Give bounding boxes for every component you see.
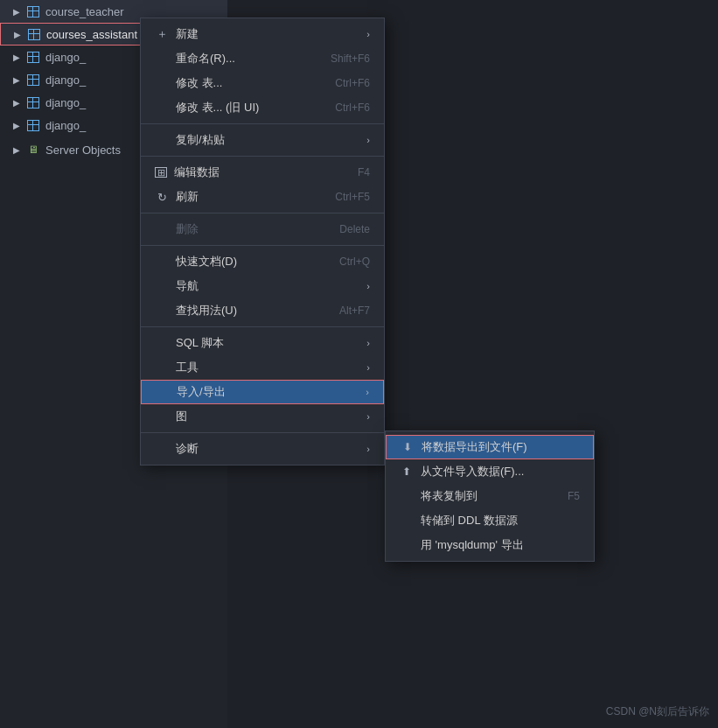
- tree-arrow: ▶: [10, 74, 23, 86]
- shortcut-label: Ctrl+F6: [335, 102, 370, 114]
- tree-item-label: django_: [45, 74, 86, 87]
- menu-label: SQL 脚本: [176, 335, 224, 351]
- tree-arrow: ▶: [10, 119, 23, 131]
- empty-icon: [155, 76, 169, 90]
- sub-menu-item-import-file[interactable]: ⬆ 从文件导入数据(F)...: [386, 459, 594, 484]
- tree-item-label: django_: [45, 119, 86, 132]
- menu-label: 新建: [176, 26, 199, 42]
- shortcut-label: F5: [568, 490, 580, 502]
- export-icon: ⬇: [401, 440, 415, 454]
- tree-arrow: ▶: [11, 28, 24, 40]
- submenu-arrow: ›: [366, 135, 370, 145]
- menu-label: 修改 表... (旧 UI): [176, 100, 259, 116]
- empty-icon: [155, 255, 169, 269]
- tree-item-label: Server Objects: [45, 144, 121, 157]
- empty-icon: [155, 52, 169, 66]
- menu-label: 图: [176, 409, 187, 424]
- server-icon: 🖥: [26, 143, 40, 157]
- menu-item-find-usage[interactable]: 查找用法(U) Alt+F7: [141, 298, 384, 323]
- menu-item-edit-data[interactable]: ⊞ 编辑数据 F4: [141, 160, 384, 185]
- shortcut-label: Ctrl+F5: [335, 191, 370, 203]
- sub-menu-label: 转储到 DDL 数据源: [421, 513, 518, 528]
- empty-icon: [400, 538, 414, 552]
- empty-icon: [155, 410, 169, 424]
- menu-item-refresh[interactable]: ↻ 刷新 Ctrl+F5: [141, 185, 384, 209]
- empty-icon: [155, 360, 169, 374]
- menu-item-modify-table-old[interactable]: 修改 表... (旧 UI) Ctrl+F6: [141, 95, 384, 120]
- menu-item-tools[interactable]: 工具 ›: [141, 355, 384, 380]
- table-icon: [26, 95, 40, 109]
- submenu-arrow: ›: [366, 281, 370, 291]
- tree-item-label: django_: [45, 96, 86, 109]
- sub-menu-label: 将数据导出到文件(F): [422, 439, 527, 455]
- submenu-arrow: ›: [366, 338, 370, 348]
- menu-label: 工具: [176, 360, 199, 375]
- submenu-arrow: ›: [366, 387, 369, 397]
- empty-icon: [400, 489, 414, 503]
- tree-arrow: ▶: [10, 144, 23, 156]
- menu-divider: [141, 326, 384, 327]
- menu-label: 导入/导出: [177, 384, 226, 400]
- menu-item-import-export[interactable]: 导入/导出 ›: [141, 380, 384, 404]
- import-icon: ⬆: [400, 465, 414, 479]
- sub-menu-label: 将表复制到: [421, 488, 478, 504]
- tree-arrow: ▶: [10, 5, 23, 18]
- menu-label: 快速文档(D): [176, 254, 237, 270]
- shortcut-label: F4: [358, 166, 370, 178]
- context-menu: ＋ 新建 › 重命名(R)... Shift+F6 修改 表... Ctrl+F…: [140, 18, 385, 466]
- menu-item-modify-table[interactable]: 修改 表... Ctrl+F6: [141, 71, 384, 95]
- shortcut-label: Ctrl+Q: [339, 256, 370, 268]
- menu-item-quick-doc[interactable]: 快速文档(D) Ctrl+Q: [141, 249, 384, 274]
- tree-item-label: course_teacher: [45, 5, 124, 18]
- menu-divider: [141, 245, 384, 246]
- shortcut-label: Shift+F6: [331, 52, 370, 65]
- empty-icon: [156, 385, 170, 399]
- empty-icon: [155, 304, 169, 318]
- menu-label: 诊断: [176, 441, 199, 457]
- table-icon: [26, 4, 40, 18]
- menu-label: 复制/粘贴: [176, 132, 225, 148]
- menu-label: 刷新: [176, 189, 199, 205]
- empty-icon: [155, 336, 169, 350]
- table-icon: [27, 27, 41, 41]
- tree-arrow: ▶: [10, 96, 23, 108]
- menu-divider: [141, 213, 384, 214]
- tree-item-label: django_: [45, 51, 86, 64]
- menu-item-diagnostics[interactable]: 诊断 ›: [141, 437, 384, 461]
- empty-icon: [155, 442, 169, 456]
- empty-icon: [155, 133, 169, 147]
- table-edit-icon: ⊞: [155, 167, 167, 178]
- menu-label: 导航: [176, 278, 199, 294]
- tree-item-label: courses_assistant: [46, 28, 137, 41]
- watermark: CSDN @N刻后告诉你: [606, 704, 709, 719]
- empty-icon: [155, 279, 169, 293]
- submenu-arrow: ›: [366, 444, 370, 454]
- shortcut-label: Delete: [339, 223, 370, 235]
- empty-icon: [400, 514, 414, 528]
- submenu-arrow: ›: [366, 29, 370, 39]
- sub-menu-label: 从文件导入数据(F)...: [421, 464, 524, 480]
- sub-menu-item-transfer-ddl[interactable]: 转储到 DDL 数据源: [386, 508, 594, 533]
- menu-label: 删除: [176, 221, 199, 237]
- tree-arrow: ▶: [10, 51, 23, 63]
- table-icon: [26, 118, 40, 132]
- menu-item-sql-script[interactable]: SQL 脚本 ›: [141, 331, 384, 355]
- sub-menu-item-copy-table[interactable]: 将表复制到 F5: [386, 484, 594, 508]
- sub-menu-item-mysqldump[interactable]: 用 'mysqldump' 导出: [386, 533, 594, 557]
- menu-item-navigation[interactable]: 导航 ›: [141, 274, 384, 298]
- menu-label: 修改 表...: [176, 75, 222, 91]
- menu-item-new[interactable]: ＋ 新建 ›: [141, 22, 384, 46]
- sub-menu-item-export-file[interactable]: ⬇ 将数据导出到文件(F): [386, 435, 594, 459]
- menu-item-rename[interactable]: 重命名(R)... Shift+F6: [141, 46, 384, 71]
- submenu-arrow: ›: [366, 411, 370, 422]
- menu-item-diagram[interactable]: 图 ›: [141, 404, 384, 429]
- menu-divider: [141, 156, 384, 157]
- plus-icon: ＋: [155, 27, 169, 41]
- table-icon: [26, 73, 40, 87]
- sub-menu-label: 用 'mysqldump' 导出: [421, 537, 524, 553]
- sub-context-menu: ⬇ 将数据导出到文件(F) ⬆ 从文件导入数据(F)... 将表复制到 F5 转…: [385, 430, 595, 562]
- menu-item-copy-paste[interactable]: 复制/粘贴 ›: [141, 128, 384, 152]
- menu-item-delete[interactable]: 删除 Delete: [141, 217, 384, 242]
- shortcut-label: Alt+F7: [339, 304, 370, 317]
- menu-label: 查找用法(U): [176, 303, 237, 318]
